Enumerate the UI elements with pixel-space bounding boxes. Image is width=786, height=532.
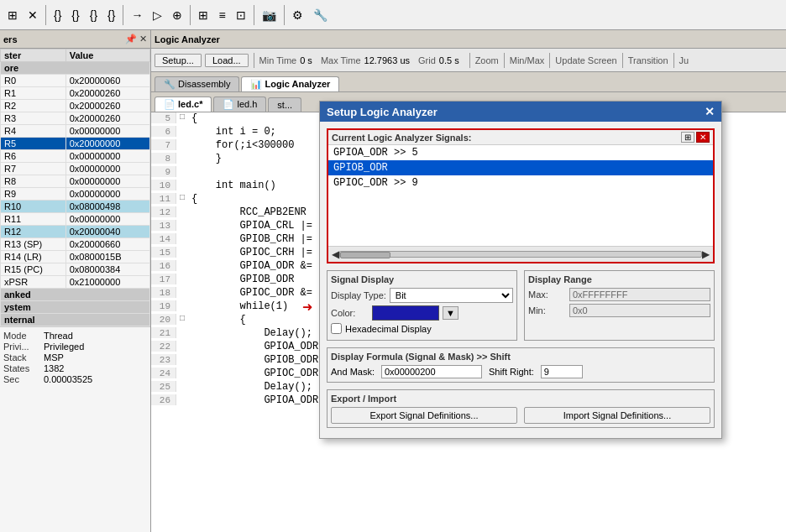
line-number: 19 (151, 300, 176, 311)
code-tab-led-c-label: led.c* (178, 99, 202, 109)
line-expand[interactable]: □ (176, 314, 188, 323)
toolbar-btn-arrow[interactable]: → (127, 6, 147, 24)
signal-section: Current Logic Analyzer Signals: ⊞ ✕ GPIO… (327, 128, 715, 263)
export-btn[interactable]: Export Signal Definitions... (331, 407, 517, 424)
display-type-select[interactable]: Bit Analog (390, 288, 513, 303)
left-panel-pin[interactable]: 📌 ✕ (125, 34, 147, 44)
toolbar-btn-grid[interactable]: ⊞ (3, 6, 22, 24)
reg-value: 0x00000000 (66, 188, 149, 201)
line-content: RCC_APB2ENR (188, 206, 307, 218)
info-stack: Stack MSP (3, 352, 147, 362)
main-tabs: 🔧 Disassembly 📊 Logic Analyzer (151, 72, 786, 92)
toolbar-btn-grid2[interactable]: ⊞ (194, 6, 212, 24)
reg-name: R4 (1, 125, 66, 138)
code-tab-led-h[interactable]: 📄 led.h (213, 96, 266, 112)
table-row: R50x20000000 (1, 138, 150, 150)
and-mask-input[interactable] (381, 365, 482, 378)
max-input[interactable] (569, 288, 710, 301)
code-tab-led-c[interactable]: 📄 led.c* (155, 96, 212, 112)
toolbar-sep-2 (123, 5, 123, 25)
la-toolbar: Setup... Load... Min Time 0 s Max Time 1… (151, 49, 786, 72)
signal-item[interactable]: GPIOB_ODR (328, 160, 713, 175)
signal-icon-resize[interactable]: ⊞ (681, 132, 694, 143)
reg-value: 0x08000498 (66, 201, 149, 213)
line-expand[interactable]: □ (176, 193, 188, 202)
main-layout: ers 📌 ✕ ster Value oreR00x20000060R10x20… (0, 30, 786, 532)
table-row: R40x00000000 (1, 125, 150, 138)
toolbar-btn-step[interactable]: ⊕ (168, 6, 186, 24)
reg-name: R2 (1, 100, 66, 112)
signal-nav-right[interactable]: ▶ (702, 248, 710, 260)
shift-right-input[interactable] (541, 365, 583, 378)
reg-name: R8 (1, 175, 66, 188)
signal-scrollbar-thumb[interactable] (340, 252, 390, 258)
color-row: Color: ▼ (331, 305, 513, 321)
signal-list[interactable]: GPIOA_ODR >> 5GPIOB_ODRGPIOC_ODR >> 9 (328, 145, 713, 246)
import-btn[interactable]: Import Signal Definitions... (524, 407, 710, 424)
reg-value: 0x20000260 (66, 112, 149, 125)
reg-value: 0x20000260 (66, 100, 149, 112)
line-content: int i = 0; (188, 126, 276, 138)
dialog-close-btn[interactable]: ✕ (705, 105, 715, 118)
line-number: 12 (151, 206, 176, 217)
code-tab-st[interactable]: st... (268, 97, 301, 112)
toolbar-btn-close[interactable]: ✕ (24, 6, 42, 24)
signal-item[interactable]: GPIOA_ODR >> 5 (328, 145, 713, 160)
line-content: GPIOB_ODR (188, 274, 294, 285)
load-btn[interactable]: Load... (205, 54, 249, 67)
section-nternal: nternal (1, 314, 150, 326)
code-tab-led-h-label: led.h (237, 99, 257, 109)
toolbar-btn-box[interactable]: ⊡ (232, 6, 250, 24)
toolbar-btn-brace4[interactable]: {} (103, 6, 119, 24)
line-number: 22 (151, 341, 176, 352)
dialog-title: Setup Logic Analyzer (327, 106, 438, 118)
signal-scrollbar-track[interactable] (339, 251, 702, 258)
table-row: R15 (PC)0x08000384 (1, 263, 150, 276)
ju-label: Ju (679, 55, 689, 65)
color-dropdown-btn[interactable]: ▼ (443, 306, 458, 320)
line-number: 17 (151, 274, 176, 284)
line-number: 7 (151, 139, 176, 150)
max-time-value: 12.7963 us (364, 55, 410, 65)
signal-item[interactable]: GPIOC_ODR >> 9 (328, 175, 713, 190)
min-input[interactable] (569, 304, 710, 317)
setup-btn[interactable]: Setup... (155, 54, 202, 67)
toolbar-btn-brace1[interactable]: {} (50, 6, 66, 24)
toolbar-btn-brace3[interactable]: {} (86, 6, 102, 24)
tab-disassembly[interactable]: 🔧 Disassembly (155, 76, 239, 91)
la-header: Logic Analyzer (151, 30, 786, 49)
reg-col-name: ster (1, 50, 66, 62)
info-states-label: States (3, 363, 37, 373)
info-sec: Sec 0.00003525 (3, 374, 147, 384)
toolbar-sep-3 (190, 5, 191, 25)
hexadecimal-checkbox[interactable] (331, 323, 342, 334)
signal-nav-left[interactable]: ◀ (332, 248, 339, 260)
signal-display-title: Signal Display (331, 274, 513, 284)
reg-name: R12 (1, 226, 66, 238)
color-label: Color: (331, 308, 369, 318)
line-number: 16 (151, 260, 176, 271)
toolbar-btn-gear[interactable]: ⚙ (288, 6, 307, 24)
display-type-row: Display Type: Bit Analog (331, 288, 513, 303)
signal-icon-close[interactable]: ✕ (696, 132, 710, 143)
toolbar-btn-wrench[interactable]: 🔧 (309, 6, 332, 24)
color-swatch[interactable] (372, 305, 439, 321)
toolbar-btn-brace2[interactable]: {} (67, 6, 83, 24)
formula-title: Display Formula (Signal & Mask) >> Shift (331, 352, 710, 362)
info-stack-label: Stack (3, 352, 37, 362)
reg-name: R10 (1, 201, 66, 213)
info-sec-label: Sec (3, 374, 37, 384)
line-content: GPIOC_ODR &= (188, 287, 312, 299)
signal-section-title: Current Logic Analyzer Signals: ⊞ ✕ (328, 130, 713, 145)
setup-dialog: Setup Logic Analyzer ✕ Current Logic Ana… (319, 101, 722, 439)
tab-logic-analyzer[interactable]: 📊 Logic Analyzer (241, 76, 339, 91)
line-expand[interactable]: □ (176, 112, 188, 122)
toolbar-btn-cam[interactable]: 📷 (258, 6, 280, 24)
toolbar-btn-list[interactable]: ≡ (214, 6, 229, 24)
reg-name: xPSR (1, 276, 66, 289)
toolbar-btn-play[interactable]: ▷ (149, 6, 166, 24)
line-number: 26 (151, 394, 176, 405)
line-number: 6 (151, 126, 176, 137)
la-sep-4 (549, 53, 550, 68)
code-tab-st-label: st... (277, 100, 292, 110)
